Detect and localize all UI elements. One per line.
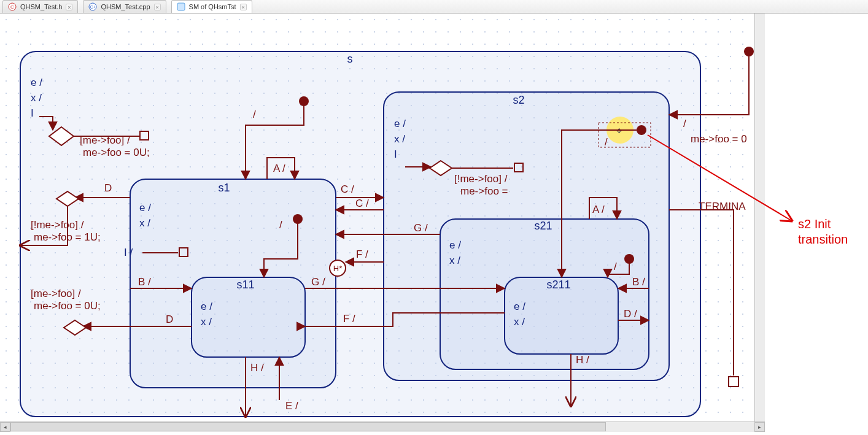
svg-rect-4: [177, 3, 185, 10]
workspace: s e / x / I s1 e / x / I / s11 e / x / s…: [0, 13, 765, 432]
tr-label: D: [166, 314, 173, 325]
guard-action: me->foo = 1U;: [34, 231, 101, 243]
state-s-exit: x /: [31, 92, 42, 104]
tr-label: A /: [273, 163, 285, 174]
state-s-extra: I: [31, 107, 34, 119]
tr-label: C /: [341, 183, 354, 195]
tr-label: F /: [356, 248, 368, 260]
tab-qhsm-test-cpp[interactable]: C+ QHSM_Test.cpp ×: [83, 0, 166, 13]
tr-label: /: [614, 261, 617, 272]
close-icon[interactable]: ×: [240, 4, 247, 10]
state-s21-entry: e /: [449, 239, 461, 251]
state-s211-title: s211: [546, 279, 570, 291]
svg-text:C+: C+: [90, 5, 96, 9]
tab-label: SM of QHsmTst: [189, 3, 236, 10]
annotation-text-1: s2 Init: [798, 217, 831, 231]
tr-label: C /: [355, 198, 369, 209]
state-s-entry: e /: [31, 77, 42, 88]
guard-text: [!me->foo] /: [454, 173, 508, 185]
state-s211-exit: x /: [514, 316, 525, 328]
guard-text: [me->foo] /: [80, 134, 130, 146]
tr-label: D /: [624, 308, 637, 320]
guard-action: me->foo =: [460, 185, 508, 197]
tr-label: /: [683, 118, 686, 129]
tab-qhsm-test-h[interactable]: C QHSM_Test.h ×: [2, 0, 78, 13]
tr-label: /: [279, 219, 282, 231]
tr-label: B /: [632, 276, 645, 288]
annotation-text-2: transition: [798, 233, 848, 246]
scroll-right-arrow[interactable]: ▸: [754, 422, 765, 432]
tr-label: me->foo = 0: [691, 133, 747, 145]
svg-text:C: C: [10, 4, 14, 10]
initial-pseudo-top: [744, 47, 754, 56]
statemachine-icon: [177, 2, 185, 11]
tab-sm-diagram[interactable]: SM of QHsmTst ×: [171, 0, 252, 13]
initial-s1: [293, 214, 303, 224]
guard-action: me->foo = 0U;: [34, 300, 101, 312]
initial-s21: [624, 254, 634, 264]
tr-label: F /: [343, 313, 355, 325]
diagram-canvas[interactable]: s e / x / I s1 e / x / I / s11 e / x / s…: [0, 13, 754, 422]
tr-label: H /: [576, 354, 589, 366]
tr-label: G /: [414, 222, 428, 234]
state-s-title: s: [347, 53, 353, 65]
initial-pseudo-s: [299, 96, 309, 106]
scroll-left-arrow[interactable]: ◂: [0, 422, 10, 432]
state-s2-entry: e /: [394, 118, 406, 129]
guard-text: [me->foo] /: [31, 288, 81, 299]
tr-label: /: [253, 109, 256, 120]
close-icon[interactable]: ×: [154, 4, 161, 10]
scroll-thumb[interactable]: [10, 422, 606, 431]
state-s1-extra: I /: [124, 247, 133, 258]
tab-label: QHSM_Test.cpp: [101, 3, 150, 10]
tr-label: E /: [285, 400, 298, 412]
tab-label: QHSM_Test.h: [20, 3, 62, 10]
state-diagram: s e / x / I s1 e / x / I / s11 e / x / s…: [0, 13, 754, 422]
tr-label: D: [104, 182, 112, 194]
scroll-track[interactable]: [10, 422, 754, 432]
state-s2-extra: I: [394, 148, 397, 160]
tr-label: G /: [311, 276, 325, 288]
state-s1-entry: e /: [139, 202, 151, 214]
state-s21-exit: x /: [449, 255, 460, 266]
state-s211-entry: e /: [514, 301, 525, 312]
state-s11-exit: x /: [201, 316, 212, 328]
tr-label: B /: [138, 276, 151, 288]
c-file-icon: C: [8, 2, 17, 11]
vertical-scrollbar[interactable]: [754, 13, 765, 422]
state-s21-title: s21: [534, 220, 552, 232]
history-label: H*: [333, 264, 342, 273]
state-s1-exit: x /: [139, 217, 150, 229]
tab-bar: C QHSM_Test.h × C+ QHSM_Test.cpp × SM of…: [0, 0, 868, 13]
state-s1-title: s1: [218, 182, 230, 194]
terminate-pseudo: [729, 377, 738, 387]
tr-label: H /: [250, 362, 264, 374]
state-s2-title: s2: [513, 94, 524, 106]
state-s11-entry: e /: [201, 301, 212, 312]
horizontal-scrollbar[interactable]: ◂ ▸: [0, 422, 765, 432]
guard-text: [!me->foo] /: [31, 219, 84, 231]
state-s2-exit: x /: [394, 133, 405, 145]
cpp-file-icon: C+: [88, 2, 97, 11]
tr-label: A /: [592, 204, 605, 215]
guard-action: me->foo = 0U;: [83, 147, 150, 158]
tr-label: TERMINA: [699, 201, 746, 212]
initial-s2: [637, 125, 646, 135]
close-icon[interactable]: ×: [66, 4, 72, 10]
state-s11-title: s11: [236, 279, 254, 291]
tr-label: /: [605, 136, 608, 148]
